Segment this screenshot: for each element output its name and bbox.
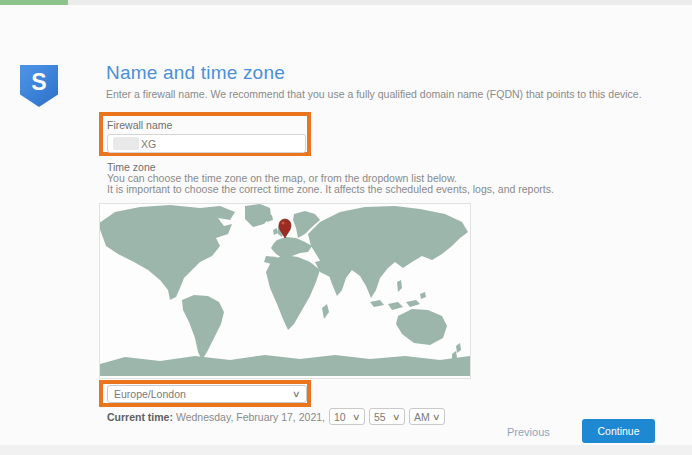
redacted-text-block [113, 137, 139, 150]
minute-select[interactable]: 55 ∨ [369, 408, 405, 425]
bottom-strip [0, 445, 692, 455]
chevron-down-icon: ∨ [392, 412, 401, 422]
timezone-description-line2: It is important to choose the correct ti… [107, 183, 554, 195]
hour-select[interactable]: 10 ∨ [329, 408, 365, 425]
wizard-progress-track [0, 0, 692, 5]
chevron-down-icon: ∨ [292, 389, 301, 399]
timezone-highlight-box: Europe/London ∨ [99, 380, 311, 407]
previous-link[interactable]: Previous [507, 426, 550, 438]
firewall-name-input[interactable]: XG [107, 134, 306, 153]
meridiem-select[interactable]: AM ∨ [409, 408, 445, 425]
current-time-date: Wednesday, February 17, 2021, [176, 411, 325, 423]
page-subtitle: Enter a firewall name. We recommend that… [106, 88, 642, 100]
chevron-down-icon: ∨ [352, 412, 361, 422]
world-map[interactable] [99, 203, 471, 379]
firewall-name-value: XG [141, 138, 156, 150]
timezone-select-value: Europe/London [114, 388, 186, 400]
world-map-graphic [100, 204, 470, 378]
current-time-row: Current time: Wednesday, February 17, 20… [107, 408, 445, 425]
setup-wizard-page: S Name and time zone Enter a firewall na… [0, 0, 692, 455]
current-time-label: Current time: [107, 411, 173, 423]
minute-select-value: 55 [374, 411, 386, 423]
page-title: Name and time zone [106, 62, 285, 84]
continue-button[interactable]: Continue [582, 419, 655, 443]
timezone-select[interactable]: Europe/London ∨ [107, 385, 307, 403]
hour-select-value: 10 [334, 411, 346, 423]
chevron-down-icon: ∨ [432, 412, 441, 422]
firewall-name-highlight-box: Firewall name XG [99, 112, 311, 156]
sophos-logo: S [20, 65, 58, 107]
wizard-progress-fill [0, 0, 68, 5]
sophos-logo-letter: S [31, 65, 46, 99]
meridiem-select-value: AM [414, 411, 430, 423]
firewall-name-label: Firewall name [107, 119, 307, 131]
